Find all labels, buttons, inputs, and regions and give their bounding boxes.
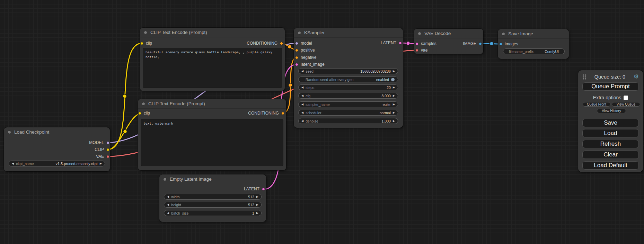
node-title-bar[interactable]: CLIP Text Encode (Prompt) (140, 28, 285, 37)
latent-output-port[interactable] (262, 188, 265, 191)
batch-size-widget[interactable]: ◀ batch_size 1 ▶ (164, 210, 262, 216)
prompt-textarea[interactable]: beautiful scenery nature glass bottle la… (143, 48, 282, 88)
arrow-right-icon[interactable]: ▶ (256, 196, 258, 198)
node-vae-decode[interactable]: VAE Decode samples vae IMAGE (414, 29, 483, 54)
node-save-image[interactable]: Save Image images filename_prefix ComfyU… (498, 29, 569, 59)
collapse-dot-icon[interactable] (502, 32, 505, 36)
extra-options-checkbox[interactable] (624, 96, 628, 100)
conditioning-output-port[interactable] (281, 112, 284, 115)
images-input-port[interactable] (499, 43, 502, 46)
toggle-icon[interactable] (391, 78, 395, 82)
link-dot (123, 130, 127, 134)
steps-widget[interactable]: ◀ steps 20 ▶ (298, 84, 398, 90)
sampler-name-widget[interactable]: ◀ sampler_name euler ▶ (298, 101, 398, 107)
widget-value: 512 (248, 195, 254, 199)
positive-input-port[interactable] (295, 49, 298, 52)
load-button[interactable]: Load (582, 129, 639, 137)
widget-value: 1.000 (382, 119, 391, 123)
node-title-bar[interactable]: Empty Latent Image (159, 174, 266, 184)
settings-gear-icon[interactable]: ⚙ (634, 74, 639, 80)
node-title-bar[interactable]: Save Image (498, 29, 569, 39)
queue-front-button[interactable]: Queue Front (583, 102, 610, 107)
collapse-dot-icon[interactable] (298, 31, 301, 35)
arrow-right-icon[interactable]: ▶ (256, 212, 258, 215)
node-title-bar[interactable]: KSampler (294, 28, 403, 38)
arrow-right-icon[interactable]: ▶ (393, 103, 395, 106)
clear-button[interactable]: Clear (582, 151, 639, 159)
arrow-right-icon[interactable]: ▶ (393, 70, 395, 73)
samples-input-port[interactable] (415, 42, 418, 45)
node-clip-text-encode-positive[interactable]: CLIP Text Encode (Prompt) clip CONDITION… (140, 28, 285, 91)
node-title-bar[interactable]: VAE Decode (414, 29, 483, 38)
view-queue-button[interactable]: View Queue (612, 102, 640, 107)
node-empty-latent-image[interactable]: Empty Latent Image LATENT ◀ width 512 ▶ … (159, 174, 266, 222)
negative-input-port[interactable] (295, 56, 298, 59)
scheduler-widget[interactable]: ◀ scheduler normal ▶ (298, 110, 398, 116)
random-seed-widget[interactable]: Random seed after every gen enabled (298, 76, 398, 82)
save-button[interactable]: Save (582, 119, 639, 127)
clip-input-port[interactable] (138, 112, 141, 115)
denoise-widget[interactable]: ◀ denoise 1.000 ▶ (298, 118, 398, 124)
widget-label: denoise (306, 119, 318, 123)
widget-label: steps (306, 85, 314, 90)
widget-label: ckpt_name (16, 162, 34, 166)
arrow-right-icon[interactable]: ▶ (256, 204, 258, 206)
arrow-left-icon[interactable]: ◀ (167, 196, 169, 198)
arrow-left-icon[interactable]: ◀ (301, 103, 303, 106)
collapse-dot-icon[interactable] (144, 31, 147, 34)
node-ksampler[interactable]: KSampler model positive negative latent_… (294, 28, 403, 128)
arrow-left-icon[interactable]: ◀ (301, 120, 303, 123)
input-slot-latent-image: latent_image (295, 62, 325, 67)
prompt-textarea[interactable]: text, watermark (141, 119, 283, 166)
button-label: Queue Prompt (591, 83, 630, 90)
node-title-bar[interactable]: Load Checkpoint (4, 127, 110, 137)
extra-options-label: Extra options (593, 95, 621, 100)
arrow-left-icon[interactable]: ◀ (301, 70, 303, 73)
node-title-bar[interactable]: CLIP Text Encode (Prompt) (138, 99, 286, 109)
arrow-right-icon[interactable]: ▶ (393, 86, 395, 89)
ckpt-name-widget[interactable]: ◀ ckpt_name v1-5-pruned-emaonly.ckpt ▶ (9, 161, 105, 166)
slot-label: latent_image (301, 62, 325, 67)
cfg-widget[interactable]: ◀ cfg 8.000 ▶ (298, 93, 398, 99)
arrow-right-icon[interactable]: ▶ (393, 111, 395, 114)
input-slot-vae: vae (415, 48, 427, 53)
arrow-right-icon[interactable]: ▶ (393, 120, 395, 123)
seed-widget[interactable]: ◀ seed 156680208700286 ▶ (298, 68, 398, 74)
image-output-port[interactable] (479, 42, 482, 45)
height-widget[interactable]: ◀ height 512 ▶ (164, 202, 262, 208)
arrow-left-icon[interactable]: ◀ (301, 94, 303, 97)
widget-value: v1-5-pruned-emaonly.ckpt (56, 162, 98, 166)
width-widget[interactable]: ◀ width 512 ▶ (164, 194, 262, 200)
arrow-right-icon[interactable]: ▶ (100, 162, 102, 165)
graph-canvas[interactable]: Load Checkpoint MODEL CLIP VAE ◀ ckpt_na… (0, 0, 644, 244)
arrow-left-icon[interactable]: ◀ (301, 86, 303, 89)
drag-handle-icon[interactable] (582, 74, 586, 80)
latent-image-input-port[interactable] (295, 63, 298, 66)
view-history-button[interactable]: View History (597, 109, 626, 113)
clip-output-port[interactable] (106, 148, 109, 151)
vae-input-port[interactable] (415, 49, 418, 52)
conditioning-output-port[interactable] (280, 42, 283, 45)
node-load-checkpoint[interactable]: Load Checkpoint MODEL CLIP VAE ◀ ckpt_na… (4, 127, 110, 171)
arrow-right-icon[interactable]: ▶ (393, 94, 395, 97)
load-default-button[interactable]: Load Default (582, 161, 639, 170)
vae-output-port[interactable] (106, 155, 109, 158)
clip-input-port[interactable] (140, 42, 143, 45)
arrow-left-icon[interactable]: ◀ (167, 204, 169, 206)
filename-prefix-widget[interactable]: filename_prefix ComfyUI (503, 48, 565, 54)
node-clip-text-encode-negative[interactable]: CLIP Text Encode (Prompt) clip CONDITION… (138, 99, 286, 170)
collapse-dot-icon[interactable] (163, 178, 167, 181)
arrow-left-icon[interactable]: ◀ (12, 162, 14, 165)
collapse-dot-icon[interactable] (418, 32, 421, 35)
latent-output-port[interactable] (399, 42, 402, 45)
arrow-left-icon[interactable]: ◀ (301, 111, 303, 114)
refresh-button[interactable]: Refresh (582, 140, 639, 148)
collapse-dot-icon[interactable] (142, 102, 145, 106)
model-input-port[interactable] (295, 42, 298, 45)
queue-prompt-button[interactable]: Queue Prompt (582, 82, 639, 91)
model-output-port[interactable] (106, 141, 109, 144)
input-slot-negative: negative (295, 55, 316, 60)
arrow-left-icon[interactable]: ◀ (167, 212, 169, 215)
collapse-dot-icon[interactable] (8, 130, 11, 134)
link-dot (123, 94, 127, 98)
